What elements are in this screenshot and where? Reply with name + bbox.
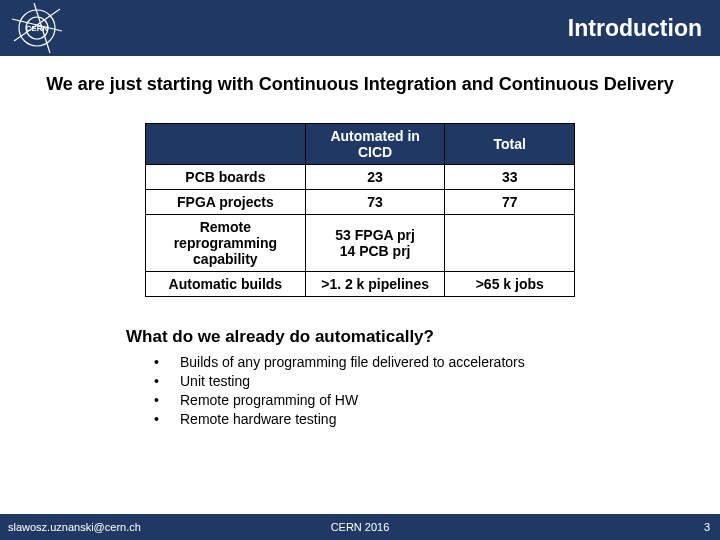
table-header-blank — [146, 124, 306, 165]
list-item: Unit testing — [150, 372, 686, 391]
header-bar: CERN Introduction — [0, 0, 720, 56]
row-cicd: >1. 2 k pipelines — [305, 272, 445, 297]
page-number: 3 — [704, 521, 710, 533]
row-total: 77 — [445, 190, 575, 215]
footer-center: CERN 2016 — [331, 521, 390, 533]
intro-text: We are just starting with Continuous Int… — [34, 74, 686, 95]
table-row: FPGA projects 73 77 — [146, 190, 575, 215]
table-header-cicd: Automated in CICD — [305, 124, 445, 165]
row-label: Remote reprogramming capability — [146, 215, 306, 272]
cern-logo-icon: CERN — [0, 0, 74, 56]
list-item: Remote programming of HW — [150, 391, 686, 410]
row-total: 33 — [445, 165, 575, 190]
bullet-list: Builds of any programming file delivered… — [150, 353, 686, 429]
slide-body: We are just starting with Continuous Int… — [0, 56, 720, 514]
cicd-table: Automated in CICD Total PCB boards 23 33… — [145, 123, 575, 297]
slide-title: Introduction — [568, 15, 702, 42]
subheading: What do we already do automatically? — [126, 327, 686, 347]
list-item: Builds of any programming file delivered… — [150, 353, 686, 372]
svg-text:CERN: CERN — [26, 24, 49, 33]
table-header-total: Total — [445, 124, 575, 165]
row-cicd: 73 — [305, 190, 445, 215]
footer-email: slawosz.uznanski@cern.ch — [0, 521, 141, 533]
row-cicd: 23 — [305, 165, 445, 190]
row-label: PCB boards — [146, 165, 306, 190]
row-total: >65 k jobs — [445, 272, 575, 297]
row-total — [445, 215, 575, 272]
table-row: PCB boards 23 33 — [146, 165, 575, 190]
row-cicd: 53 FPGA prj 14 PCB prj — [305, 215, 445, 272]
slide: CERN Introduction We are just starting w… — [0, 0, 720, 540]
row-label: Automatic builds — [146, 272, 306, 297]
footer-bar: slawosz.uznanski@cern.ch CERN 2016 3 — [0, 514, 720, 540]
row-label: FPGA projects — [146, 190, 306, 215]
table-row: Automatic builds >1. 2 k pipelines >65 k… — [146, 272, 575, 297]
table-row: Remote reprogramming capability 53 FPGA … — [146, 215, 575, 272]
table-header-row: Automated in CICD Total — [146, 124, 575, 165]
list-item: Remote hardware testing — [150, 410, 686, 429]
